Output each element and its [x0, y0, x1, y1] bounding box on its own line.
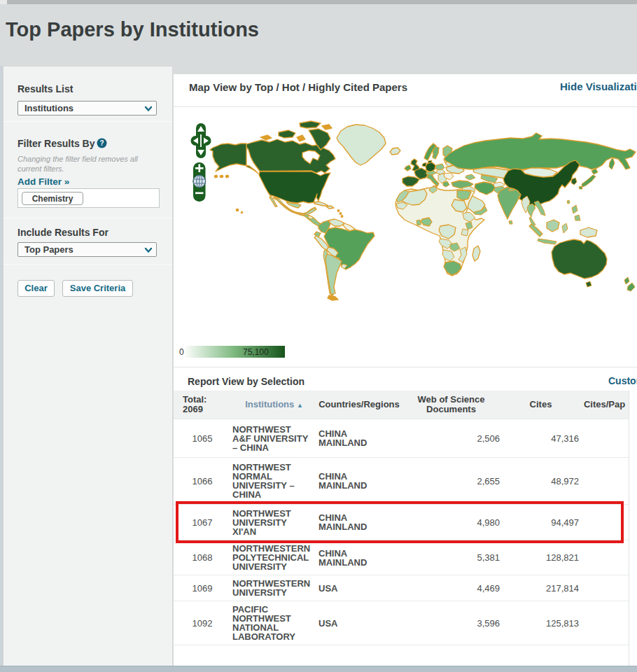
svg-text:75,100: 75,100	[243, 347, 269, 357]
svg-text:0: 0	[179, 347, 184, 357]
svg-text:?: ?	[99, 139, 104, 147]
